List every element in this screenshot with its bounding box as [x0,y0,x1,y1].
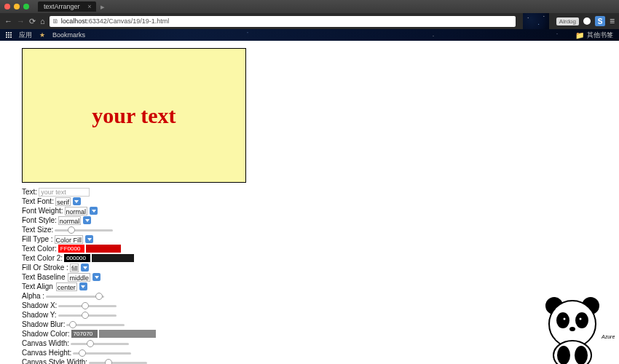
shadowy-slider[interactable] [58,312,117,319]
fillorstroke-select[interactable]: fill [70,264,79,272]
text-input[interactable] [39,188,90,197]
canvasheight-label: Canvas Height: [22,348,71,357]
chevron-down-icon[interactable] [79,282,87,290]
shadowcolor-label: Shadow Color: [22,329,70,339]
baseline-select[interactable]: middle [68,273,90,282]
shadowx-label: Shadow X: [22,301,57,310]
style-select[interactable]: normal [58,216,82,225]
canvaswidth-slider[interactable] [71,340,129,347]
font-select[interactable]: serif [55,197,71,206]
shadowblur-slider[interactable] [66,321,125,328]
menu-icon[interactable]: ≡ [610,16,615,26]
airdog-extension[interactable]: Airdog [556,17,579,25]
canvasheight-slider[interactable] [73,349,131,357]
new-tab-button[interactable]: ▸ [100,2,105,12]
chevron-down-icon[interactable] [92,273,100,281]
tab-title: textArranger [44,3,80,10]
bookmarks-bar: 应用 ★ Bookmarks 📁 其他书签 [0,29,619,41]
reload-button[interactable]: ⟳ [29,17,36,26]
url-toolbar: ← → ⟳ ⌂ 🗎 localhost:63342/Canvas/19/19-1… [0,13,619,29]
color2-input[interactable]: 000000 [64,254,90,262]
align-label: Text Align [22,282,53,291]
panda-illustration: Azure [529,291,616,364]
size-label: Text Size: [22,225,53,234]
svg-point-9 [558,347,569,364]
weight-label: Font Weight: [22,206,63,215]
baseline-label: Text Baseline [22,272,65,282]
close-window-button[interactable] [4,4,10,9]
color1-label: Text Color: [22,244,57,253]
align-select[interactable]: center [56,282,77,291]
shadowy-label: Shadow Y: [22,310,57,320]
color2-label: Text Color 2: [22,253,63,263]
color2-swatch[interactable] [92,254,134,262]
alpha-slider[interactable] [46,293,104,300]
svg-text:Azure: Azure [601,334,615,339]
other-bookmarks[interactable]: 其他书签 [587,31,613,40]
style-label: Font Style: [22,215,57,225]
close-tab-icon[interactable]: × [87,3,91,10]
toolbar-background [523,13,549,29]
chevron-down-icon[interactable] [73,197,81,205]
canvasstylewidth-slider[interactable] [89,359,147,365]
filltype-label: Fill Type : [22,234,53,244]
chevron-down-icon[interactable] [90,207,98,215]
url-host: localhost [61,17,87,25]
window-titlebar: textArranger × ▸ [0,0,619,13]
home-button[interactable]: ⌂ [40,17,45,25]
svg-point-6 [579,317,583,321]
bookmarks-label[interactable]: Bookmarks [52,31,85,39]
svg-point-10 [575,347,587,364]
canvaswidth-label: Canvas Width: [22,339,69,348]
traffic-lights [4,4,29,9]
apps-label[interactable]: 应用 [19,31,32,40]
fillorstroke-label: Fill Or Stroke : [22,263,68,272]
filltype-select[interactable]: Color Fill [55,235,84,244]
url-input[interactable]: 🗎 localhost:63342/Canvas/19/19-1.html [50,16,516,27]
alpha-label: Alpha : [22,291,44,301]
text-label: Text: [22,187,37,197]
chevron-down-icon[interactable] [83,216,91,224]
shadowx-slider[interactable] [58,302,117,309]
s-extension-icon[interactable]: S [595,16,605,26]
chevron-down-icon[interactable] [85,235,93,243]
weight-select[interactable]: normal [65,207,88,215]
minimize-window-button[interactable] [14,4,20,9]
color1-input[interactable]: FF0000 [58,245,84,253]
maximize-window-button[interactable] [23,4,29,9]
canvas-rendered-text: your text [92,103,176,128]
browser-tab[interactable]: textArranger × [38,1,96,12]
shadowcolor-input[interactable]: 707070 [71,330,98,338]
forward-button[interactable]: → [17,17,25,25]
shadowblur-label: Shadow Blur: [22,320,65,329]
file-icon: 🗎 [52,17,59,25]
chevron-down-icon[interactable] [81,264,89,272]
color1-swatch[interactable] [86,245,121,253]
apps-icon[interactable] [6,32,12,38]
size-slider[interactable] [55,226,113,234]
svg-point-5 [563,317,567,321]
text-canvas: your text [22,48,246,183]
canvasstylewidth-label: Canvas Style Width: [22,357,87,364]
extension-dot-icon[interactable] [583,17,591,25]
star-icon: ★ [39,31,45,39]
folder-icon: 📁 [575,31,584,39]
font-label: Text Font: [22,197,54,206]
back-button[interactable]: ← [4,17,12,25]
url-path: :63342/Canvas/19/19-1.html [87,17,169,25]
page-content: your text Text: Text Font: serif Font We… [0,41,619,364]
shadowcolor-swatch[interactable] [99,330,156,338]
svg-point-7 [570,328,575,331]
